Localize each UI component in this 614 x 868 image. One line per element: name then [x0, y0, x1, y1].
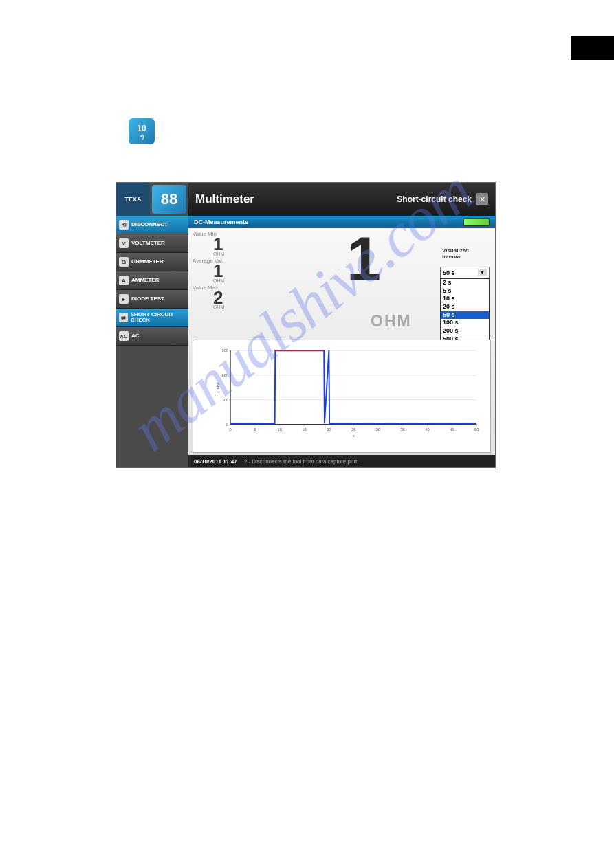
status-datetime: 06/10/2011 11:47 [194, 458, 237, 465]
nav-icon: ▸ [119, 294, 129, 304]
min-value: 1 [193, 237, 224, 252]
nav-label: SHORT CIRCUIT CHECK [131, 312, 188, 323]
sidebar-item-ac[interactable]: ACAC [116, 327, 188, 346]
nav-icon: ⟲ [119, 220, 129, 230]
sidebar-item-voltmeter[interactable]: VVOLTMETER [116, 234, 188, 253]
interval-option[interactable]: 2 s [441, 279, 489, 287]
svg-text:300: 300 [222, 398, 229, 402]
close-button[interactable]: ✕ [476, 193, 488, 205]
measurements-panel: Value Min 1 OHM Average Val. 1 OHM Value… [193, 231, 224, 311]
nav-icon: A [119, 276, 129, 285]
signal-icon: ») [139, 133, 144, 140]
status-message: ? - Disconnects the tool from data captu… [244, 458, 359, 465]
chart-container: 030060090005101520253035404550sOHM [193, 340, 491, 453]
main-reading: 1 [347, 232, 381, 287]
interval-option[interactable]: 100 s [441, 319, 489, 327]
nav-label: VOLTMETER [131, 241, 165, 246]
multimeter-small-icon: 10 ») [129, 118, 155, 144]
interval-label: Visualized interval [442, 247, 487, 260]
max-unit: OHM [193, 304, 224, 309]
svg-text:20: 20 [327, 427, 331, 432]
nav-icon: ⇄ [119, 313, 128, 322]
unit-label: OHM [371, 312, 412, 331]
sidebar: TEXA 88 ⟲DISCONNECTVVOLTMETERΩOHMMETERAA… [116, 183, 188, 467]
status-bar: 06/10/2011 11:47 ? - Disconnects the too… [188, 455, 495, 467]
multimeter-window: TEXA 88 ⟲DISCONNECTVVOLTMETERΩOHMMETERAA… [116, 182, 496, 468]
main-panel: Multimeter Short-circuit check ✕ DC-Meas… [188, 183, 495, 467]
logo-area: TEXA 88 [116, 183, 188, 216]
badge-display: 88 [152, 185, 186, 214]
svg-text:30: 30 [376, 427, 381, 432]
svg-text:0: 0 [230, 427, 232, 432]
min-unit: OHM [193, 252, 224, 256]
svg-text:900: 900 [222, 348, 229, 353]
interval-dropdown[interactable]: 50 s [440, 267, 490, 278]
svg-text:OHM: OHM [216, 383, 220, 392]
content-area: Value Min 1 OHM Average Val. 1 OHM Value… [188, 228, 495, 455]
svg-text:40: 40 [425, 427, 430, 432]
nav-label: OHMMETER [131, 259, 164, 265]
svg-text:600: 600 [222, 373, 229, 377]
sub-header-label: DC-Measurements [194, 219, 248, 225]
brand-logo: TEXA [116, 183, 150, 216]
max-value: 2 [193, 291, 224, 305]
window-subtitle: Short-circuit check [397, 194, 472, 204]
sidebar-item-diode-test[interactable]: ▸DIODE TEST [116, 290, 188, 309]
ohm-chart: 030060090005101520253035404550sOHM [214, 347, 480, 438]
header-black-bar [571, 36, 614, 60]
nav-icon: Ω [119, 257, 129, 267]
svg-text:15: 15 [302, 427, 307, 432]
nav-label: AMMETER [131, 278, 159, 283]
sidebar-item-disconnect[interactable]: ⟲DISCONNECT [116, 216, 188, 234]
avg-unit: OHM [193, 278, 224, 283]
svg-text:5: 5 [254, 427, 256, 432]
sub-header: DC-Measurements [188, 216, 495, 228]
nav-label: DISCONNECT [131, 222, 168, 227]
battery-icon [463, 218, 490, 226]
svg-text:50: 50 [474, 427, 479, 432]
svg-text:45: 45 [450, 427, 454, 432]
interval-option[interactable]: 5 s [441, 287, 489, 296]
interval-option[interactable]: 20 s [441, 303, 489, 311]
svg-text:0: 0 [226, 422, 229, 426]
small-icon-value: 10 [137, 124, 146, 133]
interval-option[interactable]: 50 s [441, 311, 489, 320]
svg-text:25: 25 [351, 427, 356, 432]
nav-label: DIODE TEST [131, 296, 164, 302]
sidebar-item-ohmmeter[interactable]: ΩOHMMETER [116, 253, 188, 271]
sidebar-item-short-circuit-check[interactable]: ⇄SHORT CIRCUIT CHECK [116, 309, 188, 327]
svg-text:35: 35 [401, 427, 406, 432]
sidebar-item-ammeter[interactable]: AAMMETER [116, 271, 188, 290]
avg-value: 1 [193, 264, 224, 278]
interval-selected: 50 s [443, 269, 455, 276]
nav-icon: AC [119, 331, 129, 341]
window-header: Multimeter Short-circuit check ✕ [188, 183, 495, 216]
interval-option[interactable]: 10 s [441, 295, 489, 303]
nav-label: AC [131, 333, 140, 339]
svg-text:s: s [353, 434, 355, 438]
interval-option[interactable]: 200 s [441, 327, 489, 335]
nav-icon: V [119, 238, 129, 248]
svg-text:10: 10 [278, 427, 283, 432]
window-title: Multimeter [195, 192, 254, 206]
